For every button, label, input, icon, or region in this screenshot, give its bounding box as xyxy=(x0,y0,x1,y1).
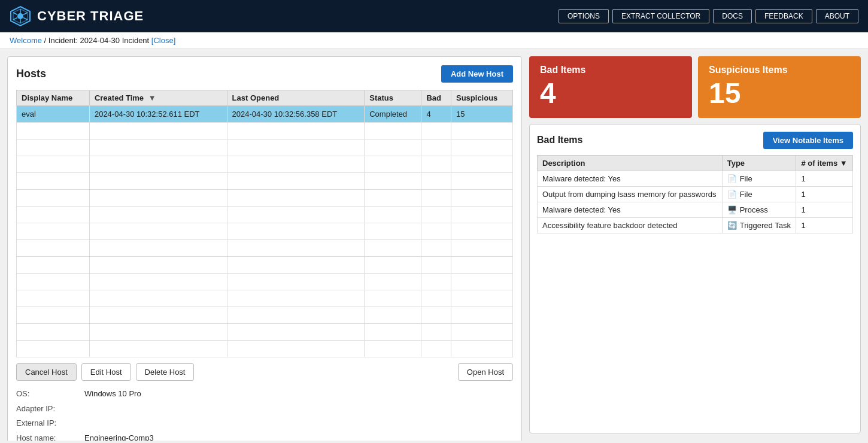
open-host-button[interactable]: Open Host xyxy=(458,363,513,381)
cell-type: 📄 File xyxy=(722,171,796,186)
svg-line-8 xyxy=(23,13,28,15)
table-row[interactable] xyxy=(17,290,513,307)
table-row[interactable] xyxy=(17,307,513,324)
bad-items-summary-title: Bad Items xyxy=(540,65,681,75)
table-row[interactable] xyxy=(17,156,513,173)
table-row[interactable]: Malware detected: Yes 📄 File 1 xyxy=(538,171,853,186)
cell-created-time: 2024-04-30 10:32:52.611 EDT xyxy=(89,106,227,123)
suspicious-items-summary-card: Suspicious Items 15 xyxy=(698,56,861,118)
bad-items-table-body: Malware detected: Yes 📄 File 1 Output fr… xyxy=(538,171,853,233)
cell-count: 1 xyxy=(796,171,853,186)
app-header: CYBER TRIAGE OPTIONS EXTRACT COLLECTOR D… xyxy=(0,0,868,32)
col-count[interactable]: # of items ▼ xyxy=(796,155,853,171)
table-row[interactable] xyxy=(17,240,513,257)
table-row[interactable]: Accessibility feature backdoor detected … xyxy=(538,217,853,233)
summary-cards: Bad Items 4 Suspicious Items 15 xyxy=(529,56,861,118)
bad-items-header: Bad Items View Notable Items xyxy=(537,132,853,149)
table-row[interactable] xyxy=(17,257,513,274)
table-row[interactable]: eval 2024-04-30 10:32:52.611 EDT 2024-04… xyxy=(17,106,513,123)
table-row[interactable] xyxy=(17,139,513,156)
table-row[interactable]: Output from dumping lsass memory for pas… xyxy=(538,186,853,202)
sort-arrow-icon: ▼ xyxy=(148,93,156,102)
host-info-hostname: Host name: Engineering-Comp3 xyxy=(16,431,513,441)
host-name-value: Engineering-Comp3 xyxy=(84,431,154,441)
bad-items-table-header-row: Description Type # of items ▼ xyxy=(538,155,853,171)
col-description[interactable]: Description xyxy=(538,155,723,171)
about-button[interactable]: ABOUT xyxy=(816,9,858,23)
bad-items-summary-card: Bad Items 4 xyxy=(529,56,692,118)
table-row[interactable] xyxy=(17,223,513,240)
header-button-group: OPTIONS EXTRACT COLLECTOR DOCS FEEDBACK … xyxy=(559,9,858,23)
col-suspicious[interactable]: Suspicious xyxy=(451,90,513,106)
cell-last-opened: 2024-04-30 10:32:56.358 EDT xyxy=(227,106,365,123)
right-panel: Bad Items 4 Suspicious Items 15 Bad Item… xyxy=(529,56,861,433)
breadcrumb-incident: Incident: 2024-04-30 Incident xyxy=(48,36,149,45)
table-row[interactable] xyxy=(17,274,513,290)
cell-description: Accessibility feature backdoor detected xyxy=(538,217,723,233)
action-buttons: Cancel Host Edit Host Delete Host Open H… xyxy=(16,363,513,381)
table-row[interactable] xyxy=(17,190,513,207)
table-row[interactable] xyxy=(17,173,513,190)
external-ip-label: External IP: xyxy=(16,416,82,431)
delete-host-button[interactable]: Delete Host xyxy=(136,363,195,381)
col-last-opened[interactable]: Last Opened xyxy=(227,90,365,106)
extract-collector-button[interactable]: EXTRACT COLLECTOR xyxy=(612,9,709,23)
cancel-host-button[interactable]: Cancel Host xyxy=(16,363,77,381)
process-icon: 🖥️ xyxy=(727,205,737,214)
cell-description: Output from dumping lsass memory for pas… xyxy=(538,186,723,202)
col-created-time[interactable]: Created Time ▼ xyxy=(89,90,227,106)
cell-type: 📄 File xyxy=(722,186,796,202)
table-row[interactable]: Malware detected: Yes 🖥️ Process 1 xyxy=(538,202,853,217)
left-panel: Hosts Add New Host Display Name Created … xyxy=(7,56,522,433)
options-button[interactable]: OPTIONS xyxy=(559,9,609,23)
hosts-header: Hosts Add New Host xyxy=(16,65,513,83)
suspicious-items-summary-title: Suspicious Items xyxy=(709,65,850,75)
breadcrumb-welcome-link[interactable]: Welcome xyxy=(10,36,42,45)
bad-items-table: Description Type # of items ▼ Malware de… xyxy=(537,155,853,233)
host-info-os: OS: Windows 10 Pro xyxy=(16,387,513,402)
table-row[interactable] xyxy=(17,123,513,139)
cell-type: 🔄 Triggered Task xyxy=(722,217,796,233)
col-type[interactable]: Type xyxy=(722,155,796,171)
cell-count: 1 xyxy=(796,186,853,202)
docs-button[interactable]: DOCS xyxy=(713,9,752,23)
os-value: Windows 10 Pro xyxy=(84,387,141,402)
cell-display-name: eval xyxy=(17,106,90,123)
col-status[interactable]: Status xyxy=(365,90,421,106)
app-logo: CYBER TRIAGE xyxy=(10,5,559,27)
app-title: CYBER TRIAGE xyxy=(37,8,144,24)
breadcrumb-close-link[interactable]: [Close] xyxy=(151,36,175,45)
cell-count: 1 xyxy=(796,202,853,217)
adapter-ip-label: Adapter IP: xyxy=(16,402,82,417)
cell-status: Completed xyxy=(365,106,421,123)
breadcrumb-separator: / xyxy=(44,36,48,45)
host-info-adapter-ip: Adapter IP: xyxy=(16,402,513,417)
cell-type: 🖥️ Process xyxy=(722,202,796,217)
cell-suspicious: 15 xyxy=(451,106,513,123)
svg-point-2 xyxy=(17,13,23,19)
table-row[interactable] xyxy=(17,324,513,341)
file-icon: 📄 xyxy=(727,190,737,199)
file-icon: 📄 xyxy=(727,174,737,183)
col-bad[interactable]: Bad xyxy=(421,90,451,106)
add-new-host-button[interactable]: Add New Host xyxy=(441,65,513,83)
host-info-external-ip: External IP: xyxy=(16,416,513,431)
view-notable-items-button[interactable]: View Notable Items xyxy=(763,132,853,149)
cell-count: 1 xyxy=(796,217,853,233)
bad-items-card: Bad Items View Notable Items Description… xyxy=(529,124,861,433)
edit-host-button[interactable]: Edit Host xyxy=(81,363,131,381)
logo-icon xyxy=(10,5,31,27)
suspicious-items-summary-count: 15 xyxy=(709,78,850,110)
main-layout: Hosts Add New Host Display Name Created … xyxy=(0,49,868,441)
table-row[interactable] xyxy=(17,207,513,223)
col-display-name[interactable]: Display Name xyxy=(17,90,90,106)
sort-items-arrow-icon: ▼ xyxy=(840,159,848,168)
table-row[interactable] xyxy=(17,341,513,357)
svg-line-6 xyxy=(23,18,28,20)
task-icon: 🔄 xyxy=(727,221,737,230)
host-name-label: Host name: xyxy=(16,431,82,441)
cell-description: Malware detected: Yes xyxy=(538,202,723,217)
svg-line-5 xyxy=(13,13,17,15)
hosts-card: Hosts Add New Host Display Name Created … xyxy=(7,56,522,441)
feedback-button[interactable]: FEEDBACK xyxy=(755,9,812,23)
